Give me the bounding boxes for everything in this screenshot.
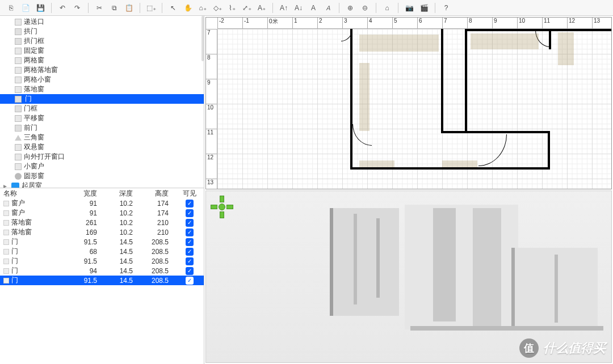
select-icon[interactable]: ↖	[166, 2, 180, 14]
cell-visible[interactable]: ✓	[175, 218, 204, 227]
library-folder-label: 起居室	[22, 181, 42, 188]
library-item[interactable]: 门框	[0, 104, 204, 113]
checkbox-checked-icon[interactable]: ✓	[186, 257, 194, 265]
cell-visible[interactable]: ✓	[175, 247, 204, 256]
table-row[interactable]: 门91.514.5208.5✓	[0, 256, 204, 266]
library-item[interactable]: 小窗户	[0, 162, 204, 171]
cell-visible[interactable]: ✓	[175, 227, 204, 237]
paste-icon[interactable]: 📋	[121, 2, 136, 14]
help-icon[interactable]: ?	[439, 2, 454, 14]
ruler-tick: 13	[206, 179, 217, 189]
store-viewpoint-icon[interactable]: ⌂	[380, 2, 394, 14]
table-row[interactable]: 门6814.5208.5✓	[0, 247, 204, 256]
item-icon	[3, 268, 9, 274]
watermark-text: 什么值得买	[543, 340, 606, 357]
ruler-tick: 10	[517, 18, 542, 28]
library-item[interactable]: 门	[0, 94, 204, 104]
new-file-icon[interactable]: ⎘	[3, 2, 18, 14]
col-name[interactable]: 名称	[0, 188, 68, 198]
save-file-icon[interactable]: 💾	[33, 2, 48, 14]
table-row[interactable]: 门9414.5208.5✓	[0, 266, 204, 276]
cell-visible[interactable]: ✓	[175, 198, 204, 208]
3d-view[interactable]: 值 什么值得买	[205, 191, 612, 363]
photo-icon[interactable]: 📷	[402, 2, 417, 14]
create-dimension-icon[interactable]: ⤢₊	[240, 2, 254, 14]
italic-icon[interactable]: 𝘈	[321, 2, 335, 14]
create-text-icon[interactable]: A₊	[254, 2, 269, 14]
video-icon[interactable]: 🎬	[417, 2, 431, 14]
create-polyline-icon[interactable]: ⌇₊	[225, 2, 240, 14]
checkbox-checked-icon[interactable]: ✓	[186, 228, 194, 236]
checkbox-checked-icon[interactable]: ✓	[186, 219, 194, 227]
library-item-label: 圆形窗	[24, 171, 44, 181]
redo-icon[interactable]: ↷	[70, 2, 85, 14]
library-item[interactable]: 三角窗	[0, 133, 204, 142]
cell-visible[interactable]: ✓	[175, 266, 204, 276]
toolbar-separator	[376, 3, 376, 13]
scrollbar-thumb[interactable]	[201, 16, 204, 61]
table-row[interactable]: 落地窗26110.2210✓	[0, 218, 204, 227]
library-item-icon	[15, 28, 22, 35]
library-item[interactable]: 两格窗	[0, 56, 204, 65]
checkbox-checked-icon[interactable]: ✓	[186, 277, 194, 285]
library-item[interactable]: 固定窗	[0, 46, 204, 56]
pan-icon[interactable]: ✋	[180, 2, 195, 14]
table-row[interactable]: 门91.514.5208.5✓	[0, 276, 204, 285]
cell-depth: 10.2	[104, 198, 140, 208]
col-depth[interactable]: 深度	[104, 188, 140, 198]
checkbox-checked-icon[interactable]: ✓	[186, 238, 194, 246]
decrease-text-icon[interactable]: A↓	[291, 2, 306, 14]
create-wall-icon[interactable]: ⌂₊	[195, 2, 210, 14]
cut-icon[interactable]: ✂	[92, 2, 107, 14]
checkbox-checked-icon[interactable]: ✓	[186, 267, 194, 275]
zoom-out-icon[interactable]: ⊖	[358, 2, 372, 14]
2d-plan-view[interactable]: -2-10米12345678910111213 78910111213	[205, 17, 612, 189]
cell-height: 210	[140, 218, 175, 227]
col-height[interactable]: 高度	[140, 188, 175, 198]
ruler-tick: 7	[442, 18, 467, 28]
ruler-tick: -1	[242, 18, 267, 28]
zoom-in-icon[interactable]: ⊕	[343, 2, 358, 14]
cell-visible[interactable]: ✓	[175, 208, 204, 218]
add-furniture-icon[interactable]: ⬚₊	[144, 2, 158, 14]
toolbar-separator	[140, 3, 140, 13]
table-row[interactable]: 落地窗16910.2210✓	[0, 227, 204, 237]
library-item-icon	[15, 163, 22, 170]
library-item[interactable]: 两格小窗	[0, 75, 204, 84]
cell-visible[interactable]: ✓	[175, 256, 204, 266]
cell-visible[interactable]: ✓	[175, 237, 204, 247]
library-item-label: 小窗户	[24, 162, 44, 171]
library-item[interactable]: 前门	[0, 123, 204, 133]
checkbox-checked-icon[interactable]: ✓	[186, 248, 194, 256]
library-item[interactable]: 拱门框	[0, 36, 204, 46]
checkbox-checked-icon[interactable]: ✓	[186, 200, 194, 208]
cell-visible[interactable]: ✓	[175, 276, 204, 285]
library-item[interactable]: 落地窗	[0, 84, 204, 94]
bold-icon[interactable]: A	[306, 2, 321, 14]
library-item[interactable]: 平移窗	[0, 113, 204, 123]
table-row[interactable]: 门91.514.5208.5✓	[0, 237, 204, 247]
checkbox-checked-icon[interactable]: ✓	[186, 209, 194, 217]
create-room-icon[interactable]: ◇₊	[210, 2, 225, 14]
library-item-label: 拱门	[24, 27, 37, 36]
table-row[interactable]: 窗户9110.2174✓	[0, 208, 204, 218]
open-file-icon[interactable]: 📄	[18, 2, 33, 14]
col-width[interactable]: 宽度	[68, 188, 104, 198]
library-item[interactable]: 两格落地窗	[0, 65, 204, 75]
cell-name: 窗户	[0, 198, 68, 208]
item-icon	[3, 230, 9, 235]
library-item[interactable]: 向外打开窗口	[0, 152, 204, 162]
library-item-label: 门框	[24, 104, 37, 113]
library-item[interactable]: 圆形窗	[0, 171, 204, 181]
library-item[interactable]: 拱门	[0, 27, 204, 36]
library-folder[interactable]: ▸起居室	[0, 181, 204, 188]
library-item[interactable]: 递送口	[0, 17, 204, 27]
3d-navigation-compass[interactable]	[209, 194, 234, 219]
col-visible[interactable]: 可见	[175, 188, 204, 198]
increase-text-icon[interactable]: A↑	[276, 2, 291, 14]
library-item[interactable]: 双悬窗	[0, 142, 204, 152]
table-row[interactable]: 窗户9110.2174✓	[0, 198, 204, 208]
ruler-tick: 12	[567, 18, 592, 28]
copy-icon[interactable]: ⧉	[107, 2, 121, 14]
undo-icon[interactable]: ↶	[55, 2, 70, 14]
